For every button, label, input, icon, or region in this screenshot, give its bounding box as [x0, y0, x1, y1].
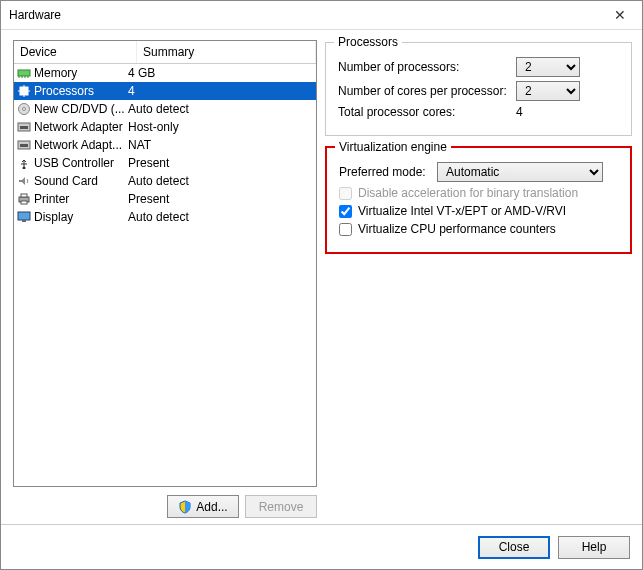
- device-name: Network Adapter: [34, 120, 123, 134]
- device-row[interactable]: Network Adapt...NAT: [14, 136, 316, 154]
- nic-icon: [16, 119, 32, 135]
- device-summary: Auto detect: [126, 210, 314, 224]
- device-summary: Auto detect: [126, 174, 314, 188]
- remove-button: Remove: [245, 495, 317, 518]
- svg-rect-12: [18, 212, 30, 220]
- device-list-header: Device Summary: [14, 41, 316, 64]
- svg-rect-1: [20, 87, 28, 95]
- device-row[interactable]: New CD/DVD (...Auto detect: [14, 100, 316, 118]
- num-processors-label: Number of processors:: [338, 60, 510, 74]
- chk-disable-accel-input[interactable]: [339, 187, 352, 200]
- svg-rect-0: [18, 70, 30, 76]
- virtualization-legend: Virtualization engine: [335, 140, 451, 154]
- device-summary: Present: [126, 156, 314, 170]
- device-list-body[interactable]: Memory4 GBProcessors4New CD/DVD (...Auto…: [14, 64, 316, 486]
- chk-disable-accel-label: Disable acceleration for binary translat…: [358, 186, 578, 200]
- virtualization-group: Virtualization engine Preferred mode: Au…: [325, 146, 632, 254]
- settings-panel: Processors Number of processors: 2 Numbe…: [325, 40, 632, 518]
- cores-per-processor-label: Number of cores per processor:: [338, 84, 510, 98]
- svg-rect-10: [21, 194, 27, 197]
- svg-rect-5: [20, 126, 28, 129]
- device-summary: 4 GB: [126, 66, 314, 80]
- add-button[interactable]: Add...: [167, 495, 239, 518]
- device-summary: 4: [126, 84, 314, 98]
- device-list: Device Summary Memory4 GBProcessors4New …: [13, 40, 317, 487]
- processors-legend: Processors: [334, 35, 402, 49]
- col-summary[interactable]: Summary: [137, 41, 316, 63]
- device-row[interactable]: DisplayAuto detect: [14, 208, 316, 226]
- display-icon: [16, 209, 32, 225]
- svg-rect-13: [22, 220, 26, 222]
- preferred-mode-label: Preferred mode:: [339, 165, 431, 179]
- device-summary: NAT: [126, 138, 314, 152]
- device-row[interactable]: Sound CardAuto detect: [14, 172, 316, 190]
- chk-disable-accel[interactable]: Disable acceleration for binary translat…: [339, 186, 618, 200]
- titlebar: Hardware ✕: [1, 1, 642, 30]
- dialog-body: Device Summary Memory4 GBProcessors4New …: [1, 30, 642, 518]
- sound-icon: [16, 173, 32, 189]
- device-panel: Device Summary Memory4 GBProcessors4New …: [13, 40, 317, 518]
- num-processors-select[interactable]: 2: [516, 57, 580, 77]
- cores-per-processor-select[interactable]: 2: [516, 81, 580, 101]
- chk-virtualize-vtx-input[interactable]: [339, 205, 352, 218]
- device-row[interactable]: Processors4: [14, 82, 316, 100]
- cd-icon: [16, 101, 32, 117]
- device-summary: Auto detect: [126, 102, 314, 116]
- device-name: Processors: [34, 84, 94, 98]
- device-row[interactable]: PrinterPresent: [14, 190, 316, 208]
- hardware-dialog: Hardware ✕ Device Summary Memory4 GBProc…: [0, 0, 643, 570]
- device-name: Network Adapt...: [34, 138, 122, 152]
- device-row[interactable]: USB ControllerPresent: [14, 154, 316, 172]
- chk-virtualize-vtx-label: Virtualize Intel VT-x/EPT or AMD-V/RVI: [358, 204, 566, 218]
- nic-icon: [16, 137, 32, 153]
- memory-icon: [16, 65, 32, 81]
- device-row[interactable]: Network AdapterHost-only: [14, 118, 316, 136]
- help-button[interactable]: Help: [558, 536, 630, 559]
- svg-rect-7: [20, 144, 28, 147]
- chk-virtualize-vtx[interactable]: Virtualize Intel VT-x/EPT or AMD-V/RVI: [339, 204, 618, 218]
- usb-icon: [16, 155, 32, 171]
- remove-button-label: Remove: [259, 500, 304, 514]
- chk-perf-counters[interactable]: Virtualize CPU performance counters: [339, 222, 618, 236]
- shield-icon: [178, 500, 192, 514]
- col-device[interactable]: Device: [14, 41, 137, 63]
- total-cores-label: Total processor cores:: [338, 105, 510, 119]
- dialog-footer: Close Help: [1, 524, 642, 569]
- device-summary: Present: [126, 192, 314, 206]
- svg-point-8: [23, 167, 26, 170]
- device-row[interactable]: Memory4 GB: [14, 64, 316, 82]
- window-title: Hardware: [9, 8, 598, 22]
- svg-rect-11: [21, 201, 27, 204]
- printer-icon: [16, 191, 32, 207]
- device-name: Memory: [34, 66, 77, 80]
- total-cores-value: 4: [516, 105, 523, 119]
- chk-perf-counters-input[interactable]: [339, 223, 352, 236]
- device-name: Sound Card: [34, 174, 98, 188]
- chk-perf-counters-label: Virtualize CPU performance counters: [358, 222, 556, 236]
- device-summary: Host-only: [126, 120, 314, 134]
- device-name: USB Controller: [34, 156, 114, 170]
- svg-point-3: [23, 108, 26, 111]
- device-list-buttons: Add... Remove: [13, 495, 317, 518]
- cpu-icon: [16, 83, 32, 99]
- add-button-label: Add...: [196, 500, 227, 514]
- close-button[interactable]: Close: [478, 536, 550, 559]
- device-name: Display: [34, 210, 73, 224]
- preferred-mode-select[interactable]: Automatic: [437, 162, 603, 182]
- close-icon[interactable]: ✕: [598, 1, 642, 29]
- device-name: New CD/DVD (...: [34, 102, 125, 116]
- processors-group: Processors Number of processors: 2 Numbe…: [325, 42, 632, 136]
- device-name: Printer: [34, 192, 69, 206]
